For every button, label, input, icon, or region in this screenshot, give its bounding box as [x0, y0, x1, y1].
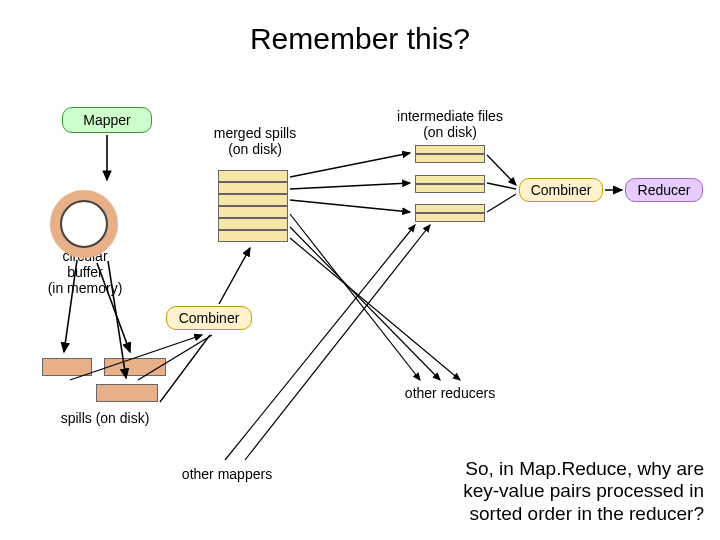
- svg-line-15: [290, 214, 420, 380]
- merged-spills-label: merged spills (on disk): [200, 125, 310, 157]
- other-mappers-label: other mappers: [172, 466, 282, 482]
- svg-line-13: [487, 194, 516, 212]
- combiner-node-right: Combiner: [519, 178, 603, 202]
- spill-block-1: [42, 358, 92, 376]
- other-reducers-label: other reducers: [390, 385, 510, 401]
- spill-block-3: [96, 384, 158, 402]
- reducer-node: Reducer: [625, 178, 703, 202]
- svg-line-10: [290, 200, 410, 212]
- svg-line-19: [245, 225, 430, 460]
- spills-label: spills (on disk): [50, 410, 160, 426]
- svg-line-12: [487, 183, 516, 189]
- combiner-node-below: Combiner: [166, 306, 252, 330]
- intermediate-stack-2: [415, 175, 485, 193]
- spill-block-2: [104, 358, 166, 376]
- svg-line-18: [225, 225, 415, 460]
- intermediate-stack-3: [415, 204, 485, 222]
- svg-line-17: [290, 238, 460, 380]
- svg-line-9: [290, 183, 410, 189]
- svg-line-7: [219, 248, 250, 304]
- circular-buffer-inner-ring: [60, 200, 108, 248]
- page-title: Remember this?: [0, 22, 720, 56]
- mapper-node: Mapper: [62, 107, 152, 133]
- intermediate-stack-1: [415, 145, 485, 163]
- footer-question: So, in Map.Reduce, why are key-value pai…: [439, 458, 704, 526]
- merged-spills-stack: [218, 170, 288, 242]
- intermediate-files-label: intermediate files (on disk): [384, 108, 516, 140]
- svg-line-16: [290, 227, 440, 380]
- svg-line-4: [160, 335, 210, 402]
- svg-line-11: [487, 155, 516, 185]
